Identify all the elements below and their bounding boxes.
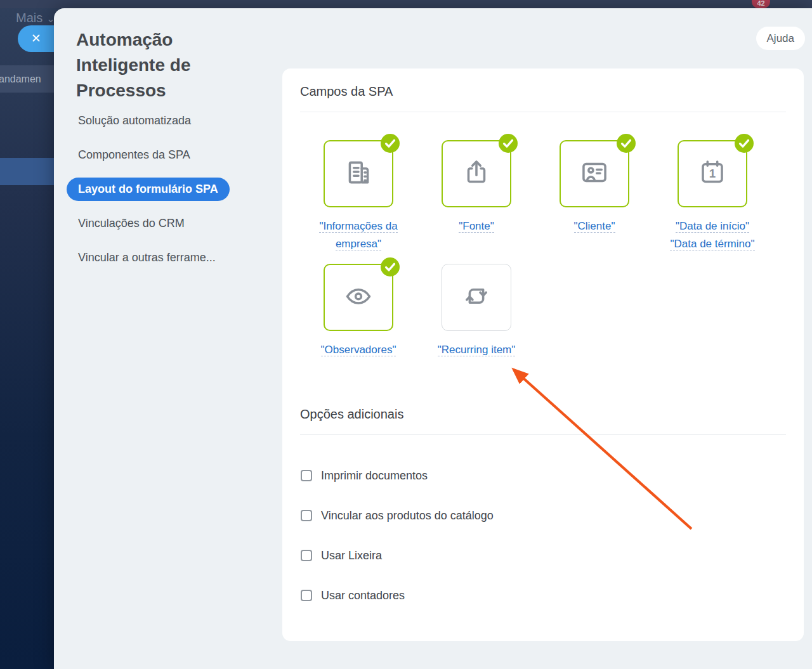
sidebar-menu-item-3[interactable]: Vinculações do CRM xyxy=(54,206,289,240)
field-link[interactable]: "Recurring item" xyxy=(438,344,516,356)
checkbox-label: Vincular aos produtos do catálogo xyxy=(321,509,494,523)
field-links: "Data de início""Data de término" xyxy=(656,218,769,253)
field-link[interactable]: "Informações da empresa" xyxy=(319,220,397,250)
checkbox[interactable] xyxy=(301,590,312,601)
check-badge-icon xyxy=(735,134,754,153)
field-link[interactable]: "Fonte" xyxy=(459,220,494,233)
field-card-cell: 1 "Data de início""Data de término" xyxy=(653,140,771,253)
field-card[interactable] xyxy=(442,264,511,331)
checkbox[interactable] xyxy=(301,550,312,561)
field-card[interactable] xyxy=(442,140,511,207)
field-link[interactable]: "Data de início" xyxy=(676,220,749,233)
checkbox-label: Usar Lixeira xyxy=(321,549,382,562)
field-links: "Fonte" xyxy=(420,218,533,235)
check-badge-icon xyxy=(617,134,636,153)
pipeline-tab[interactable]: andamen xyxy=(0,65,54,93)
divider xyxy=(300,112,786,112)
field-cards-grid: "Informações da empresa" "Fonte" "Client… xyxy=(299,140,804,359)
option-row: Usar contadores xyxy=(301,589,804,602)
more-menu-label: Mais xyxy=(16,11,43,25)
notification-count: 42 xyxy=(757,0,764,7)
checkbox-label: Usar contadores xyxy=(321,589,405,602)
options-list: Imprimir documentos Vincular aos produto… xyxy=(301,469,804,602)
sidebar-menu-item-1[interactable]: Componentes da SPA xyxy=(54,138,289,172)
sidebar-menu-item-label: Vinculações do CRM xyxy=(54,217,185,230)
content-card: Campos da SPA "Informações da empresa" xyxy=(282,68,804,641)
sidebar-menu-item-0[interactable]: Solução automatizada xyxy=(54,103,289,138)
checkbox-label: Imprimir documentos xyxy=(321,469,428,483)
field-card[interactable] xyxy=(324,264,393,331)
field-link[interactable]: "Cliente" xyxy=(574,220,615,233)
selected-row[interactable] xyxy=(0,158,54,185)
fields-section-title: Campos da SPA xyxy=(300,84,786,99)
slideover-panel: Automação Inteligente de Processos Ajuda… xyxy=(54,8,812,669)
option-row: Imprimir documentos xyxy=(301,469,804,482)
svg-text:1: 1 xyxy=(709,167,716,180)
option-row: Usar Lixeira xyxy=(301,549,804,562)
field-links: "Cliente" xyxy=(538,218,651,235)
page-title: Automação Inteligente de Processos xyxy=(76,27,241,103)
share-icon xyxy=(461,157,492,191)
sidebar-menu-item-label: Componentes da SPA xyxy=(54,148,190,162)
sidebar-menu-item-label: Solução automatizada xyxy=(54,114,191,127)
field-card-cell: "Observadores" xyxy=(299,264,417,359)
pipeline-tab-label: andamen xyxy=(0,74,41,85)
field-card[interactable]: 1 xyxy=(678,140,747,207)
field-card-cell: "Cliente" xyxy=(535,140,653,253)
field-link[interactable]: "Observadores" xyxy=(321,344,396,356)
sidebar-menu: Solução automatizadaComponentes da SPALa… xyxy=(54,103,289,275)
sidebar-menu-item-2-active[interactable]: Layout do formulário SPA xyxy=(54,172,289,206)
sidebar-menu-item-label: Vincular a outras ferrame... xyxy=(54,251,216,264)
field-link[interactable]: "Data de término" xyxy=(670,238,754,250)
check-badge-icon xyxy=(499,134,518,153)
field-card-cell: "Recurring item" xyxy=(417,264,535,359)
field-links: "Observadores" xyxy=(302,341,415,359)
options-section-title: Opções adicionais xyxy=(300,407,786,422)
field-card[interactable] xyxy=(560,140,629,207)
recurring-icon xyxy=(461,280,492,315)
option-row: Vincular aos produtos do catálogo xyxy=(301,509,804,522)
field-card-cell: "Informações da empresa" xyxy=(299,140,417,253)
sidebar-menu-item-4[interactable]: Vincular a outras ferrame... xyxy=(54,240,289,275)
field-card[interactable] xyxy=(324,140,393,207)
calendar-icon: 1 xyxy=(697,157,728,191)
checkbox[interactable] xyxy=(301,510,312,521)
sidebar-menu-item-label: Layout do formulário SPA xyxy=(67,178,230,201)
top-bar xyxy=(0,0,812,8)
check-badge-icon xyxy=(381,257,400,276)
check-badge-icon xyxy=(381,134,400,153)
divider xyxy=(300,434,786,435)
eye-icon xyxy=(343,280,374,315)
checkbox[interactable] xyxy=(301,470,312,481)
help-button[interactable]: Ajuda xyxy=(756,27,805,50)
field-links: "Recurring item" xyxy=(420,341,533,359)
field-card-cell: "Fonte" xyxy=(417,140,535,253)
page: Mais⌄ andamen 42 Automação Inteligente d… xyxy=(0,0,812,669)
more-menu[interactable]: Mais⌄ xyxy=(16,11,55,25)
company-icon xyxy=(343,157,374,191)
contact-card-icon xyxy=(579,157,610,191)
field-links: "Informações da empresa" xyxy=(302,218,415,253)
close-icon xyxy=(30,32,42,46)
